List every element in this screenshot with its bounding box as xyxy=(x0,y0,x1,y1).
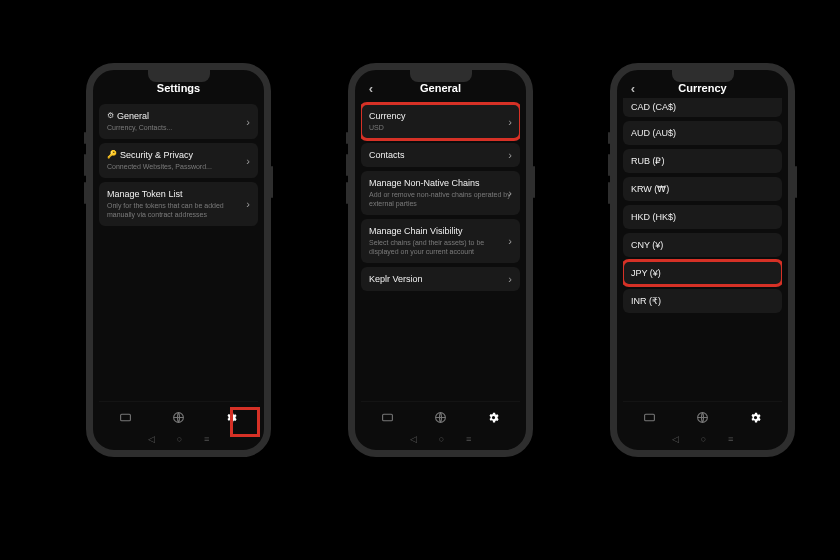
tab-settings[interactable] xyxy=(467,411,520,424)
tabbar xyxy=(99,401,258,432)
row-inr[interactable]: INR (₹) xyxy=(623,289,782,313)
row-currency[interactable]: Currency USD › xyxy=(361,104,520,139)
nav-home-icon[interactable]: ○ xyxy=(701,435,706,444)
row-title: JPY (¥) xyxy=(631,268,661,278)
row-manage-chain-visibility[interactable]: Manage Chain Visibility Select chains (a… xyxy=(361,219,520,263)
nav-back-icon[interactable]: ◁ xyxy=(148,435,155,444)
tab-wallet[interactable] xyxy=(623,411,676,424)
row-jpy[interactable]: JPY (¥) xyxy=(623,261,782,285)
row-hkd[interactable]: HKD (HK$) xyxy=(623,205,782,229)
chevron-right-icon: › xyxy=(508,116,512,128)
chevron-right-icon: › xyxy=(246,198,250,210)
row-title: Security & Privacy xyxy=(120,150,193,160)
row-general[interactable]: ⚙ General Currency, Contacts... › xyxy=(99,104,258,139)
row-title: Manage Non-Native Chains xyxy=(369,178,480,188)
header: Settings xyxy=(99,76,258,100)
row-title: RUB (₽) xyxy=(631,156,665,166)
row-sub: Currency, Contacts... xyxy=(107,123,250,132)
row-manage-non-native[interactable]: Manage Non-Native Chains Add or remove n… xyxy=(361,171,520,215)
svg-rect-2 xyxy=(383,414,393,421)
row-sub: Select chains (and their assets) to be d… xyxy=(369,238,512,256)
nav-home-icon[interactable]: ○ xyxy=(439,435,444,444)
header-title: Settings xyxy=(157,82,200,94)
key-icon: 🔑 xyxy=(107,151,117,159)
row-sub: Only for the tokens that can be added ma… xyxy=(107,201,250,219)
back-button[interactable]: ‹ xyxy=(625,76,641,100)
android-nav: ◁ ○ ≡ xyxy=(623,432,782,446)
nav-back-icon[interactable]: ◁ xyxy=(410,435,417,444)
row-cny[interactable]: CNY (¥) xyxy=(623,233,782,257)
settings-list: ⚙ General Currency, Contacts... › 🔑 Secu… xyxy=(99,100,258,401)
row-rub[interactable]: RUB (₽) xyxy=(623,149,782,173)
row-title: Contacts xyxy=(369,150,405,160)
header: ‹ Currency xyxy=(623,76,782,100)
nav-recent-icon[interactable]: ≡ xyxy=(466,435,471,444)
header-title: Currency xyxy=(678,82,726,94)
row-contacts[interactable]: Contacts › xyxy=(361,143,520,167)
phone-currency: ‹ Currency CAD (CA$) AUD (AU$) RUB (₽) K… xyxy=(610,63,795,457)
row-title: General xyxy=(117,111,149,121)
nav-recent-icon[interactable]: ≡ xyxy=(204,435,209,444)
nav-recent-icon[interactable]: ≡ xyxy=(728,435,733,444)
row-title: Currency xyxy=(369,111,406,121)
chevron-right-icon: › xyxy=(246,116,250,128)
row-sub: USD xyxy=(369,123,512,132)
svg-rect-4 xyxy=(645,414,655,421)
tab-settings[interactable] xyxy=(729,411,782,424)
tab-wallet[interactable] xyxy=(99,411,152,424)
row-aud[interactable]: AUD (AU$) xyxy=(623,121,782,145)
chevron-right-icon: › xyxy=(508,149,512,161)
android-nav: ◁ ○ ≡ xyxy=(99,432,258,446)
chevron-right-icon: › xyxy=(246,155,250,167)
header: ‹ General xyxy=(361,76,520,100)
general-list: Currency USD › Contacts › Manage Non-Nat… xyxy=(361,100,520,401)
row-title: Manage Chain Visibility xyxy=(369,226,462,236)
chevron-right-icon: › xyxy=(508,273,512,285)
back-button[interactable]: ‹ xyxy=(363,76,379,100)
row-title: Manage Token List xyxy=(107,189,182,199)
tab-browser[interactable] xyxy=(676,411,729,424)
row-title: AUD (AU$) xyxy=(631,128,676,138)
row-title: HKD (HK$) xyxy=(631,212,676,222)
tab-wallet[interactable] xyxy=(361,411,414,424)
row-sub: Connected Websites, Password... xyxy=(107,162,250,171)
row-security[interactable]: 🔑 Security & Privacy Connected Websites,… xyxy=(99,143,258,178)
row-keplr-version[interactable]: Keplr Version › xyxy=(361,267,520,291)
nav-back-icon[interactable]: ◁ xyxy=(672,435,679,444)
currency-list: CAD (CA$) AUD (AU$) RUB (₽) KRW (₩) HKD … xyxy=(623,98,782,401)
tab-browser[interactable] xyxy=(152,411,205,424)
nav-home-icon[interactable]: ○ xyxy=(177,435,182,444)
row-cad[interactable]: CAD (CA$) xyxy=(623,98,782,117)
row-manage-token-list[interactable]: Manage Token List Only for the tokens th… xyxy=(99,182,258,226)
header-title: General xyxy=(420,82,461,94)
svg-rect-0 xyxy=(121,414,131,421)
tab-browser[interactable] xyxy=(414,411,467,424)
phone-general: ‹ General Currency USD › Contacts › Mana… xyxy=(348,63,533,457)
tab-settings[interactable] xyxy=(205,411,258,424)
phone-settings: Settings ⚙ General Currency, Contacts...… xyxy=(86,63,271,457)
row-title: CNY (¥) xyxy=(631,240,663,250)
row-title: KRW (₩) xyxy=(631,184,669,194)
chevron-right-icon: › xyxy=(508,187,512,199)
tabbar xyxy=(361,401,520,432)
tabbar xyxy=(623,401,782,432)
row-sub: Add or remove non-native chains operated… xyxy=(369,190,512,208)
row-title: CAD (CA$) xyxy=(631,102,676,112)
android-nav: ◁ ○ ≡ xyxy=(361,432,520,446)
gear-icon: ⚙ xyxy=(107,112,114,120)
chevron-right-icon: › xyxy=(508,235,512,247)
row-title: Keplr Version xyxy=(369,274,423,284)
row-title: INR (₹) xyxy=(631,296,661,306)
row-krw[interactable]: KRW (₩) xyxy=(623,177,782,201)
